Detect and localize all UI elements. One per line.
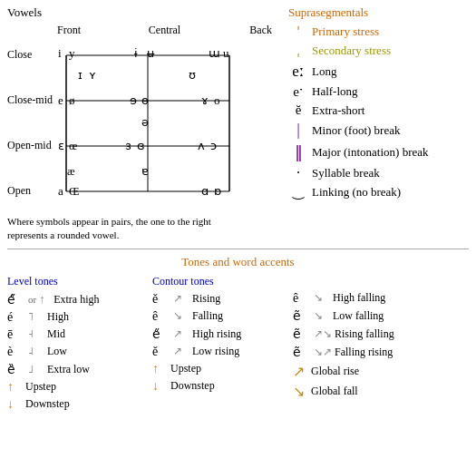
v-turned-script-a: ɒ <box>214 184 221 199</box>
right-spacer <box>293 275 469 291</box>
page: Vowels Front Central Back <box>0 0 476 468</box>
tone-downstep: ↓ Downstep <box>7 397 152 412</box>
supra-primary: ˈ Primary stress <box>288 24 469 40</box>
supra-symbol-long: eː <box>288 62 308 81</box>
v-o: o <box>214 93 220 108</box>
v-u-central: ʉ <box>147 46 154 61</box>
tone-lbl-upstep: Upstep <box>25 380 56 394</box>
v-w: ɯ <box>209 46 220 61</box>
divider <box>7 249 469 249</box>
contour-title: Contour tones <box>152 275 293 288</box>
tone-lbl-extrahigh: Extra high <box>53 293 99 307</box>
tone-lbl-globalrise: Global rise <box>311 365 359 378</box>
tone-arrow-falling: ↘ <box>173 309 189 323</box>
tone-ex-falling: ê <box>152 309 170 324</box>
supra-symbol-halflong: eˑ <box>288 83 308 100</box>
tone-lbl-low: Low <box>47 345 67 358</box>
row-openmid: Open-mid <box>7 139 52 152</box>
v-a: a <box>58 184 63 199</box>
tone-arrow-highrising: ↗ <box>173 327 189 341</box>
tone-arrow-extrahigh: ↑ <box>39 292 53 307</box>
col-back: Back <box>200 24 279 37</box>
tone-bar-extralow: ˩ <box>28 363 44 376</box>
tone-lowrising: ě ↗ Low rising <box>152 345 293 359</box>
level-tones: Level tones é̋ or ↑ Extra high é ˥ High … <box>7 275 152 414</box>
tone-ex-downstep: ↓ <box>7 397 25 412</box>
supra-label-extrashort: Extra-short <box>312 103 364 118</box>
tone-ex-high: é <box>7 310 25 325</box>
vowel-note: Where symbols appear in pairs, the one t… <box>7 215 270 243</box>
row-close: Close <box>7 48 32 62</box>
supra-label-secondary: Secondary stress <box>312 44 391 58</box>
tone-ex-upstep: ↑ <box>7 380 25 395</box>
tone-highfalling: ê ↘ High falling <box>293 291 469 306</box>
tone-lowfalling: ẽ ↘ Low falling <box>293 308 469 324</box>
tone-lbl-highfalling: High falling <box>333 291 385 305</box>
tone-lbl-globalfall: Global fall <box>311 385 358 398</box>
v-schwa: ə <box>141 115 149 130</box>
v-rams: ɤ <box>201 93 209 108</box>
supra-label-syllable: Syllable break <box>312 166 380 180</box>
tone-ex-downstep-c: ↓ <box>152 379 170 394</box>
right-tones: ê ↘ High falling ẽ ↘ Low falling ẽ ↗↘ Ri… <box>293 275 469 414</box>
supra-symbol-primary: ˈ <box>288 24 308 40</box>
tone-lbl-downstep: Downstep <box>25 397 70 411</box>
tone-lbl-mid: Mid <box>47 327 65 341</box>
tone-mid: ē ˧ Mid <box>7 327 152 342</box>
supra-syllable: · Syllable break <box>288 165 469 181</box>
tone-fallingrising: ẽ ↘↗ Falling rising <box>293 345 469 360</box>
tone-ex-globalrise: ↗ <box>293 363 311 380</box>
v-ash: æ <box>67 164 75 179</box>
tone-lbl-upstep-c: Upstep <box>170 362 201 375</box>
supra-label-halflong: Half-long <box>312 84 358 99</box>
tone-ex-low: è <box>7 345 25 359</box>
tone-arrow-fallingrising: ↘↗ <box>314 346 332 359</box>
supra-symbol-secondary: ˌ <box>288 43 308 59</box>
tone-ex-highrising: e̋ <box>152 327 170 342</box>
vowels-title: Vowels <box>7 5 279 20</box>
v-o-slash: ø <box>69 93 75 108</box>
tone-rising: ě ↗ Rising <box>152 292 293 307</box>
v-i-central: ɨ <box>134 46 138 61</box>
tone-ex-lowrising: ě <box>152 345 170 359</box>
supra-symbol-extrashort: ĕ <box>288 102 308 118</box>
supra-label-long: Long <box>312 64 336 79</box>
tone-arrow-rising: ↗ <box>173 292 189 306</box>
tone-arrow-highfalling: ↘ <box>314 291 330 305</box>
v-e: e <box>58 93 63 108</box>
tone-lbl-high: High <box>47 310 69 324</box>
supra-label-major: Major (intonation) break <box>312 145 429 160</box>
tone-falling: ê ↘ Falling <box>152 309 293 324</box>
tone-lbl-falling: Falling <box>192 309 223 323</box>
tone-globalfall: ↘ Global fall <box>293 383 469 400</box>
v-script-a: ɑ <box>201 184 209 199</box>
v-u: u <box>223 46 229 61</box>
tone-bar-mid: ˧ <box>28 327 44 341</box>
tone-arrow-risingfalling: ↗↘ <box>314 327 332 341</box>
tone-upstep-c: ↑ Upstep <box>152 362 293 376</box>
tone-ex-upstep-c: ↑ <box>152 362 170 376</box>
supra-symbol-major: ‖ <box>288 142 308 162</box>
tone-ex-rising: ě <box>152 292 170 307</box>
v-epsilon: ɛ <box>58 139 64 153</box>
tones-grid: Level tones é̋ or ↑ Extra high é ˥ High … <box>7 275 469 414</box>
tone-or-1: or <box>28 294 36 305</box>
supra-linking: ‿ Linking (no break) <box>288 184 469 200</box>
v-wedge: ʌ <box>198 139 205 153</box>
tone-upstep: ↑ Upstep <box>7 380 152 395</box>
tone-lbl-downstep-c: Downstep <box>170 379 215 393</box>
tone-lbl-risingfalling: Rising falling <box>335 327 394 341</box>
supra-label-primary: Primary stress <box>312 24 379 39</box>
tone-ex-globalfall: ↘ <box>293 383 311 400</box>
level-title: Level tones <box>7 275 152 288</box>
tone-highrising: e̋ ↗ High rising <box>152 327 293 342</box>
contour-tones: Contour tones ě ↗ Rising ê ↘ Falling e̋ … <box>152 275 293 414</box>
vowel-chart: Close Close-mid Open-mid Open i y ɨ ʉ ɯ … <box>7 39 275 211</box>
tone-globalrise: ↗ Global rise <box>293 363 469 380</box>
tone-ex-lowfalling: ẽ <box>293 308 311 324</box>
tone-bar-low: ˨ <box>28 345 44 358</box>
tone-lbl-highrising: High rising <box>192 327 241 341</box>
v-e-rev: ɘ <box>130 93 137 108</box>
supra-halflong: eˑ Half-long <box>288 83 469 100</box>
v-rev3: ɜ <box>125 139 131 153</box>
